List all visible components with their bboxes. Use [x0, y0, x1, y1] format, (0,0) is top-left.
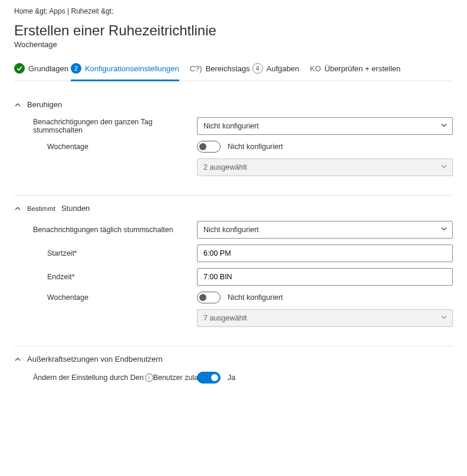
page-title: Erstellen einer Ruhezeitrichtlinie [14, 22, 453, 39]
section-hours: Bestimmt Stunden Benachrichtigungen tägl… [14, 196, 453, 346]
chevron-down-icon [440, 163, 448, 172]
toggle-label: Nicht konfiguriert [228, 293, 283, 302]
label-text-a: Ändern der Einstellung durch Den [33, 373, 144, 382]
toggle-allow-override[interactable] [197, 372, 221, 384]
step-number-icon: 4 [252, 63, 263, 74]
toggle-weekdays-1[interactable] [197, 141, 221, 153]
step-assignments[interactable]: 4 Aufgaben [252, 60, 300, 81]
section-overrides: Außerkraftsetzungen von Endbenutzern Änd… [14, 346, 453, 402]
step-config[interactable]: 2 Konfigurationseinstellungen [71, 60, 179, 81]
section-quiet: Beruhigen Benachrichtigungen den ganzen … [14, 92, 453, 196]
step-number-icon: KO [310, 64, 321, 73]
label-allow-override: Ändern der Einstellung durch DeniBenutze… [14, 373, 197, 382]
input-starttime[interactable] [197, 244, 453, 262]
step-review[interactable]: KO Überprüfen + erstellen [310, 61, 400, 81]
section-header-quiet[interactable]: Beruhigen [14, 100, 453, 109]
label-mute-daily: Benachrichtigungen täglich stummschalten [14, 226, 197, 234]
label-weekdays-1: Wochentage [14, 143, 197, 151]
step-label: Konfigurationseinstellungen [85, 64, 179, 73]
chevron-up-icon [14, 101, 21, 108]
select-value: Nicht konfiguriert [203, 226, 259, 234]
section-title: Außerkraftsetzungen von Endbenutzern [27, 355, 163, 363]
select-value: 7 ausgewählt [203, 314, 247, 322]
select-mute-daily[interactable]: Nicht konfiguriert [197, 221, 453, 239]
label-weekdays-2: Wochentage [14, 293, 197, 302]
step-label: Überprüfen + erstellen [324, 64, 400, 73]
section-title: Beruhigen [27, 100, 62, 109]
select-weekdays-1[interactable]: 2 ausgewählt [197, 158, 453, 176]
section-header-hours[interactable]: Bestimmt Stunden [14, 204, 453, 213]
step-basics[interactable]: Grundlagen [14, 60, 68, 81]
select-mute-allday[interactable]: Nicht konfiguriert [197, 117, 453, 135]
select-value: 2 ausgewählt [203, 163, 247, 171]
section-title-b: Stunden [61, 204, 90, 213]
section-title-a: Bestimmt [27, 205, 55, 212]
step-number-icon: 2 [71, 63, 81, 74]
step-scopetags[interactable]: C?) Bereichstags [190, 61, 250, 81]
info-icon[interactable]: i [145, 373, 153, 382]
toggle-label: Ja [228, 373, 235, 382]
label-starttime: Startzeit* [14, 249, 197, 257]
step-label: Aufgaben [267, 64, 300, 73]
select-weekdays-2[interactable]: 7 ausgewählt [197, 309, 453, 327]
section-header-overrides[interactable]: Außerkraftsetzungen von Endbenutzern [14, 355, 453, 363]
chevron-up-icon [14, 205, 21, 212]
chevron-down-icon [440, 226, 448, 234]
chevron-down-icon [440, 314, 448, 323]
toggle-weekdays-2[interactable] [197, 292, 221, 303]
breadcrumb[interactable]: Home &gt; Apps | Ruhezeit &gt; [14, 5, 453, 18]
toggle-label: Nicht konfiguriert [228, 143, 283, 151]
step-label: Bereichstags [206, 64, 250, 73]
chevron-down-icon [440, 122, 448, 131]
label-endtime: Endzeit* [14, 273, 197, 281]
step-label: Grundlagen [28, 64, 68, 73]
check-icon [14, 63, 25, 74]
select-value: Nicht konfiguriert [203, 122, 259, 130]
chevron-up-icon [14, 356, 21, 363]
page-subtitle: Wochentage [14, 40, 453, 49]
stepper: Grundlagen 2 Konfigurationseinstellungen… [14, 60, 453, 81]
input-endtime[interactable] [197, 268, 453, 286]
step-number-icon: C?) [190, 64, 202, 73]
label-mute-allday: Benachrichtigungen den ganzen Tag stumms… [14, 118, 197, 134]
